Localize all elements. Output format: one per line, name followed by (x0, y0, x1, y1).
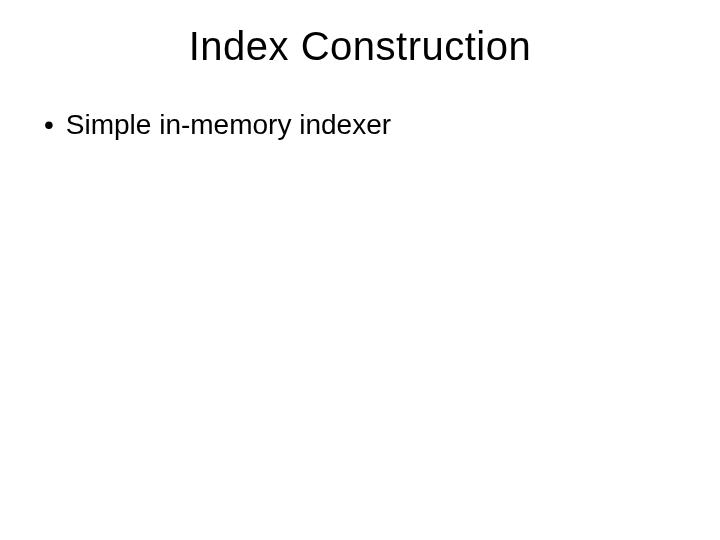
bullet-icon: • (44, 107, 54, 143)
list-item: • Simple in-memory indexer (40, 107, 720, 143)
slide-title: Index Construction (0, 0, 720, 81)
bullet-text: Simple in-memory indexer (66, 107, 391, 143)
slide-content: • Simple in-memory indexer (0, 81, 720, 143)
